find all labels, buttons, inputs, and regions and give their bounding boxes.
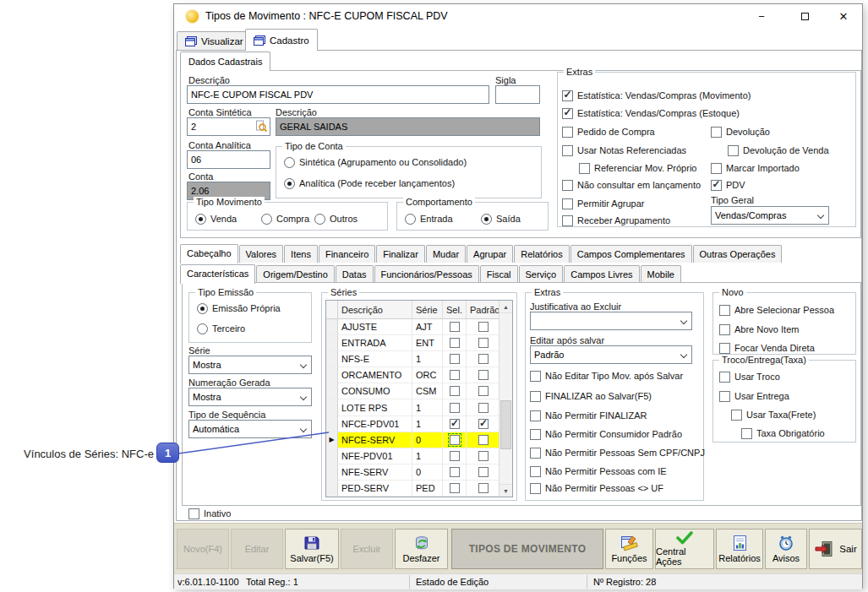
radio-saida[interactable]: Saída xyxy=(481,213,521,225)
sel-checkbox[interactable] xyxy=(450,451,460,461)
table-row[interactable]: NFS-E1 xyxy=(326,351,500,367)
tipo-geral-select[interactable]: Vendas/Compras xyxy=(711,206,829,225)
tab-agrupar[interactable]: Agrupar xyxy=(467,245,513,263)
padrao-checkbox[interactable] xyxy=(478,419,489,429)
checkbox-estatistica-estoque[interactable]: Estatística: Vendas/Compras (Estoque) xyxy=(562,107,740,119)
checkbox-usar-troco[interactable]: Usar Troco xyxy=(719,371,780,383)
cell-sel[interactable] xyxy=(443,481,467,497)
row-selector[interactable] xyxy=(326,351,338,367)
tipo-sequencia-select[interactable]: Automática xyxy=(188,420,312,438)
tab-datas[interactable]: Datas xyxy=(336,265,374,283)
sel-checkbox[interactable] xyxy=(450,403,460,413)
tab-outras-operacoes[interactable]: Outras Operações xyxy=(693,245,783,263)
row-selector[interactable] xyxy=(326,481,338,497)
checkbox-abre-selecionar-pessoa[interactable]: Abre Selecionar Pessoa xyxy=(719,304,834,316)
table-row-selected[interactable]: ▶NFCE-SERV0 xyxy=(326,432,500,448)
radio-outros[interactable]: Outros xyxy=(314,213,358,225)
checkbox-usar-entrega[interactable]: Usar Entrega xyxy=(719,390,789,402)
header-serie[interactable]: Série xyxy=(412,301,443,318)
tab-funcionarios-pessoas[interactable]: Funcionários/Pessoas xyxy=(374,265,479,283)
padrao-checkbox[interactable] xyxy=(478,386,489,396)
scroll-down-icon[interactable]: ▼ xyxy=(500,484,512,497)
padrao-checkbox[interactable] xyxy=(478,467,489,477)
checkbox-pedido-compra[interactable]: Pedido de Compra xyxy=(562,126,655,138)
editar-apos-salvar-select[interactable]: Padrão xyxy=(530,345,692,364)
cell-padrao[interactable] xyxy=(467,335,500,351)
cell-padrao[interactable] xyxy=(467,481,500,497)
cell-sel[interactable] xyxy=(443,399,467,415)
tab-financeiro[interactable]: Financeiro xyxy=(319,245,375,263)
checkbox-marcar-importado[interactable]: Marcar Importado xyxy=(711,162,800,174)
row-selector[interactable] xyxy=(326,367,338,383)
checkbox-referenciar-mov[interactable]: Referenciar Mov. Próprio xyxy=(579,162,696,174)
header-sel[interactable]: Sel. xyxy=(443,301,467,318)
checkbox-estatistica-movimento[interactable]: Estatística: Vendas/Compras (Movimento) xyxy=(562,90,751,101)
table-row[interactable]: NFCE-PDV011 xyxy=(326,416,500,432)
checkbox-usar-taxa-frete[interactable]: Usar Taxa(Frete) xyxy=(731,409,816,421)
checkbox-finalizar-ao-salvar[interactable]: FINALIZAR ao Salvar(F5) xyxy=(530,390,652,402)
sel-checkbox[interactable] xyxy=(450,354,460,364)
padrao-checkbox[interactable] xyxy=(478,483,489,493)
avisos-button[interactable]: Avisos xyxy=(765,529,807,569)
cell-padrao[interactable] xyxy=(467,319,500,335)
tab-valores[interactable]: Valores xyxy=(239,245,283,263)
checkbox-usar-notas[interactable]: Usar Notas Referenciadas xyxy=(562,144,686,156)
sel-checkbox[interactable] xyxy=(450,467,460,477)
padrao-checkbox[interactable] xyxy=(478,370,489,380)
scroll-up-icon[interactable]: ▲ xyxy=(500,301,512,313)
checkbox-nao-permitir-sem-cpf[interactable]: Não Permitir Pessoas Sem CPF/CNPJ xyxy=(530,447,705,459)
padrao-checkbox[interactable] xyxy=(478,338,489,348)
sel-checkbox[interactable] xyxy=(450,370,460,380)
checkbox-focar-venda-direta[interactable]: Focar Venda Direta xyxy=(719,342,815,354)
padrao-checkbox[interactable] xyxy=(478,322,489,332)
header-padrao[interactable]: Padrão xyxy=(467,301,500,318)
funcoes-button[interactable]: Funções xyxy=(605,529,653,569)
cell-padrao[interactable] xyxy=(467,367,500,383)
radio-analitica[interactable]: Analítica (Pode receber lançamentos) xyxy=(284,177,455,189)
checkbox-inativo[interactable]: Inativo xyxy=(188,508,231,519)
cell-padrao[interactable] xyxy=(467,416,500,432)
padrao-checkbox[interactable] xyxy=(478,354,489,364)
radio-venda[interactable]: Venda xyxy=(195,213,237,225)
scrollbar-thumb[interactable] xyxy=(500,400,511,449)
justificativa-select[interactable] xyxy=(530,312,692,330)
row-selector[interactable] xyxy=(326,383,338,399)
checkbox-nao-permitir-com-ie[interactable]: Não Permitir Pessoas com IE xyxy=(530,465,667,477)
cell-sel[interactable] xyxy=(443,416,467,432)
table-row[interactable]: AJUSTEAJT xyxy=(326,319,500,335)
numeracao-gerada-select[interactable]: Mostra xyxy=(188,388,312,406)
checkbox-receber-agrupamento[interactable]: Receber Agrupamento xyxy=(562,215,670,226)
tab-finalizar[interactable]: Finalizar xyxy=(376,245,425,263)
tab-dados-cadastrais[interactable]: Dados Cadastrais xyxy=(180,52,270,71)
checkbox-taxa-obrigatorio[interactable]: Taxa Obrigatório xyxy=(741,427,825,439)
close-button[interactable]: ✕ xyxy=(830,8,857,25)
cell-sel[interactable] xyxy=(443,335,467,351)
tab-origem-destino[interactable]: Origem/Destino xyxy=(256,265,334,283)
salvar-button[interactable]: Salvar(F5) xyxy=(285,529,339,569)
checkbox-nao-editar-tipo-mov[interactable]: Não Editar Tipo Mov. após Salvar xyxy=(530,370,683,382)
sel-checkbox[interactable] xyxy=(450,338,460,348)
sair-button[interactable]: Sair xyxy=(809,529,862,569)
header-descricao[interactable]: Descrição xyxy=(338,301,412,318)
tab-cadastro[interactable]: Cadastro xyxy=(245,29,318,51)
cell-padrao[interactable] xyxy=(467,399,500,415)
checkbox-pdv[interactable]: PDV xyxy=(711,179,745,191)
sel-checkbox[interactable] xyxy=(450,322,460,332)
checkbox-nao-consultar[interactable]: Não consultar em lançamento xyxy=(562,179,701,191)
cell-padrao[interactable] xyxy=(467,464,500,481)
padrao-checkbox[interactable] xyxy=(478,451,489,461)
maximize-button[interactable] xyxy=(791,8,818,25)
radio-sintetica[interactable]: Sintética (Agrupamento ou Consolidado) xyxy=(284,156,467,168)
radio-terceiro[interactable]: Terceiro xyxy=(197,323,245,334)
cell-sel[interactable] xyxy=(443,448,467,464)
cell-sel[interactable] xyxy=(443,351,467,367)
row-selector[interactable] xyxy=(326,448,338,464)
tab-mudar[interactable]: Mudar xyxy=(426,245,466,263)
row-selector[interactable] xyxy=(326,319,338,335)
checkbox-devolucao[interactable]: Devolução xyxy=(711,126,770,138)
tab-campos-complementares[interactable]: Campos Complementares xyxy=(570,245,692,263)
radio-compra[interactable]: Compra xyxy=(261,213,309,225)
checkbox-abre-novo-item[interactable]: Abre Novo Item xyxy=(719,323,799,335)
table-row[interactable]: PED-SERVPED xyxy=(326,481,500,497)
tab-relatorios[interactable]: Relatórios xyxy=(514,245,570,263)
